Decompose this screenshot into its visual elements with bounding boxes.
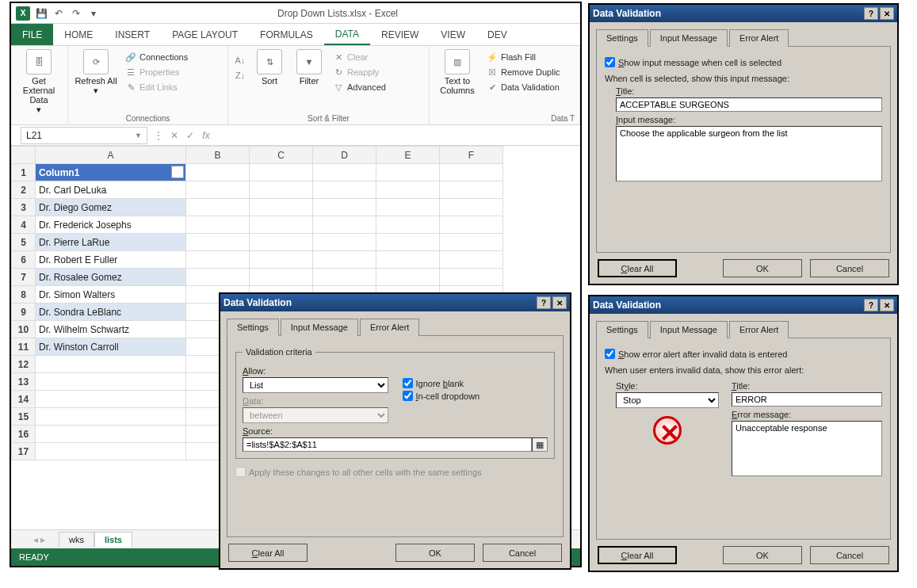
enter-formula-icon[interactable]: ✓ [182, 130, 198, 141]
advanced-filter-button[interactable]: ▽Advanced [331, 81, 388, 94]
ok-button[interactable]: OK [723, 259, 802, 277]
clear-all-button[interactable]: Clear All [598, 259, 677, 277]
sheet-nav[interactable]: ◂ ▸ [33, 534, 45, 545]
cancel-button[interactable]: Cancel [483, 544, 562, 562]
help-button[interactable]: ? [864, 299, 878, 311]
title-input[interactable] [616, 97, 882, 112]
name-box[interactable]: L21 ▼ [21, 127, 147, 144]
style-select[interactable]: Stop [616, 392, 719, 408]
close-button[interactable]: ✕ [880, 7, 894, 20]
title-label: Title: [732, 381, 882, 391]
data-cell[interactable]: Dr. Robert E Fuller [36, 251, 186, 269]
tab-file[interactable]: FILE [11, 24, 53, 45]
tab-error-alert[interactable]: Error Alert [729, 321, 789, 338]
fx-icon[interactable]: fx [198, 130, 214, 141]
error-title-input[interactable] [732, 392, 882, 407]
cancel-formula-icon[interactable]: ✕ [166, 130, 182, 141]
undo-icon[interactable]: ↶ [52, 7, 65, 20]
sort-az-button[interactable]: A↓ [233, 54, 247, 67]
chevron-down-icon[interactable]: ▼ [135, 132, 142, 139]
sheet-tab-wks[interactable]: wks [59, 532, 94, 547]
tab-error-alert[interactable]: Error Alert [729, 29, 789, 47]
clear-all-button[interactable]: Clear All [598, 546, 677, 564]
incell-dropdown-checkbox[interactable] [403, 391, 413, 401]
allow-select[interactable]: List [243, 377, 388, 393]
select-all-corner[interactable] [12, 147, 36, 164]
clear-all-button[interactable]: Clear All [228, 544, 308, 562]
get-external-data-button[interactable]: 🗄 Get External Data ▾ [16, 48, 62, 116]
qat-dropdown-icon[interactable]: ▾ [87, 7, 100, 20]
sort-button[interactable]: ⇅ Sort [252, 48, 287, 87]
data-cell[interactable]: Dr. Sondra LeBlanc [36, 304, 186, 321]
col-header-d[interactable]: D [313, 147, 376, 164]
tab-insert[interactable]: INSERT [104, 24, 161, 45]
col-header-e[interactable]: E [376, 147, 440, 164]
help-button[interactable]: ? [864, 7, 878, 20]
tab-data[interactable]: DATA [324, 24, 370, 45]
ok-button[interactable]: OK [395, 544, 475, 562]
data-cell[interactable]: Dr. Pierre LaRue [36, 234, 186, 251]
tab-page-layout[interactable]: PAGE LAYOUT [161, 24, 249, 45]
table-header-cell[interactable]: Column1▾ [36, 164, 186, 181]
tab-settings[interactable]: Settings [227, 319, 279, 336]
data-validation-dialog-input-message: Data Validation ? ✕ Settings Input Messa… [588, 3, 899, 285]
col-header-c[interactable]: C [250, 147, 313, 164]
tab-input-message[interactable]: Input Message [281, 319, 358, 336]
data-cell[interactable]: Dr. Carl DeLuka [36, 181, 186, 199]
col-header-f[interactable]: F [440, 147, 503, 164]
show-error-alert-label: Show error alert after invalid data is e… [618, 349, 787, 359]
text-to-columns-button[interactable]: ▥ Text to Columns [434, 48, 480, 97]
connections-group-label: Connections [73, 113, 223, 123]
sort-za-button[interactable]: Z↓ [233, 69, 247, 82]
error-message-textarea[interactable] [732, 421, 882, 476]
help-button[interactable]: ? [537, 296, 551, 309]
properties-button[interactable]: ☰Properties [124, 66, 189, 78]
ok-button[interactable]: OK [723, 546, 802, 564]
sheet-tab-lists[interactable]: lists [94, 532, 132, 548]
refresh-all-button[interactable]: ⟳ Refresh All ▾ [73, 48, 119, 97]
source-input[interactable] [243, 437, 532, 452]
tab-developer[interactable]: DEV [476, 24, 518, 45]
connections-button[interactable]: 🔗Connections [124, 51, 189, 63]
row-header[interactable]: 1 [12, 164, 36, 181]
tab-formulas[interactable]: FORMULAS [249, 24, 324, 45]
range-picker-icon[interactable]: ▦ [532, 437, 548, 452]
close-button[interactable]: ✕ [880, 299, 894, 311]
close-button[interactable]: ✕ [552, 296, 567, 309]
filter-button[interactable]: ▼ Filter [292, 48, 327, 87]
show-error-alert-checkbox[interactable] [605, 349, 615, 359]
tab-settings[interactable]: Settings [596, 29, 648, 47]
tab-home[interactable]: HOME [53, 24, 104, 45]
flash-fill-button[interactable]: ⚡Flash Fill [485, 51, 562, 63]
cancel-button[interactable]: Cancel [810, 259, 889, 277]
remove-duplicates-button[interactable]: ☒Remove Duplic [485, 66, 562, 78]
formula-input[interactable] [214, 127, 580, 144]
reapply-button[interactable]: ↻Reapply [331, 66, 388, 78]
data-cell[interactable]: Dr. Frederick Josephs [36, 216, 186, 234]
tab-settings[interactable]: Settings [596, 321, 648, 338]
tab-review[interactable]: REVIEW [370, 24, 430, 45]
filter-dropdown-icon[interactable]: ▾ [171, 166, 184, 178]
clear-filter-button[interactable]: ✕Clear [331, 51, 388, 63]
data-cell[interactable]: Dr. Winston Carroll [36, 338, 186, 356]
save-icon[interactable]: 💾 [35, 7, 48, 20]
data-validation-button[interactable]: ✔Data Validation [485, 81, 562, 94]
tab-input-message[interactable]: Input Message [650, 29, 728, 47]
col-header-a[interactable]: A [36, 147, 186, 164]
data-cell[interactable]: Dr. Wilhelm Schwartz [36, 321, 186, 338]
cancel-button[interactable]: Cancel [810, 546, 889, 564]
data-cell[interactable]: Dr. Rosalee Gomez [36, 269, 186, 286]
input-message-textarea[interactable] [616, 126, 882, 181]
col-header-b[interactable]: B [186, 147, 250, 164]
data-validation-dialog-error-alert: Data Validation ? ✕ Settings Input Messa… [588, 295, 899, 572]
tab-view[interactable]: VIEW [430, 24, 476, 45]
edit-links-button[interactable]: ✎Edit Links [124, 81, 189, 94]
tab-input-message[interactable]: Input Message [650, 321, 728, 338]
tab-error-alert[interactable]: Error Alert [360, 319, 420, 336]
data-cell[interactable]: Dr. Diego Gomez [36, 199, 186, 216]
ignore-blank-checkbox[interactable] [403, 378, 413, 388]
show-input-message-checkbox[interactable] [605, 57, 615, 67]
data-cell[interactable]: Dr. Simon Walters [36, 286, 186, 304]
columns-icon: ▥ [445, 49, 470, 74]
redo-icon[interactable]: ↷ [70, 7, 82, 20]
